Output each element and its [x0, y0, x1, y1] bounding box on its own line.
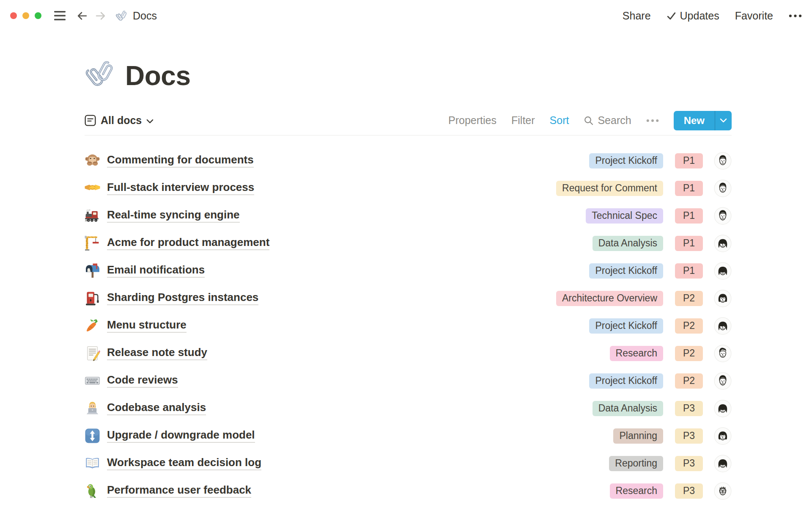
doc-type-tag[interactable]: Research	[610, 346, 663, 361]
favorite-button[interactable]: Favorite	[735, 10, 773, 22]
window-topbar: Docs Share Updates Favorite	[0, 0, 812, 31]
doc-row[interactable]: Email notificationsProject KickoffP1	[85, 257, 732, 284]
new-button[interactable]: New	[674, 111, 715, 130]
parrot-icon	[85, 483, 100, 499]
assignee-avatar	[714, 207, 732, 225]
back-arrow-icon[interactable]	[77, 10, 88, 22]
doc-type-tag[interactable]: Reporting	[609, 456, 663, 471]
doc-row[interactable]: Workspace team decision logReportingP3	[85, 450, 732, 477]
doc-title-link[interactable]: Real-time syncing engine	[107, 209, 240, 223]
view-toolbar: All docs Properties Filter Sort Search N…	[85, 106, 732, 135]
doc-list-icon	[85, 115, 96, 126]
doc-type-tag[interactable]: Technical Spec	[586, 208, 663, 224]
doc-row[interactable]: Full-stack interview processRequest for …	[85, 174, 732, 202]
priority-badge[interactable]: P2	[675, 346, 703, 361]
view-switcher[interactable]: All docs	[85, 114, 154, 127]
assignee-avatar	[714, 372, 732, 390]
doc-title-link[interactable]: Email notifications	[107, 264, 205, 278]
doc-title-link[interactable]: Acme for product management	[107, 236, 269, 251]
priority-badge[interactable]: P1	[675, 153, 703, 168]
doc-row[interactable]: Code reviewsProject KickoffP2	[85, 367, 732, 395]
priority-badge[interactable]: P2	[675, 318, 703, 334]
minimize-window-button[interactable]	[22, 12, 29, 19]
assignee-avatar	[714, 290, 732, 307]
doc-type-tag[interactable]: Data Analysis	[593, 401, 663, 416]
page-header: Docs	[85, 58, 732, 91]
sort-button[interactable]: Sort	[550, 114, 569, 127]
doc-type-tag[interactable]: Project Kickoff	[589, 318, 663, 334]
assignee-avatar	[714, 482, 732, 500]
updates-button[interactable]: Updates	[667, 10, 719, 22]
priority-badge[interactable]: P1	[675, 236, 703, 251]
doc-title-link[interactable]: Commenting for documents	[107, 154, 254, 168]
doc-row[interactable]: Upgrade / downgrade modelPlanningP3	[85, 422, 732, 450]
doc-type-tag[interactable]: Request for Comment	[556, 181, 663, 196]
up-down-button-icon	[85, 428, 100, 444]
view-label: All docs	[101, 114, 142, 127]
priority-badge[interactable]: P1	[675, 181, 703, 196]
doc-type-tag[interactable]: Project Kickoff	[589, 373, 663, 389]
doc-title-link[interactable]: Release note study	[107, 346, 207, 361]
assignee-avatar	[714, 179, 732, 197]
window-controls	[10, 12, 41, 19]
priority-badge[interactable]: P3	[675, 456, 703, 471]
close-window-button[interactable]	[10, 12, 17, 19]
priority-badge[interactable]: P3	[675, 428, 703, 444]
doc-title-link[interactable]: Codebase analysis	[107, 401, 206, 416]
page-title[interactable]: Docs	[125, 61, 191, 91]
doc-type-tag[interactable]: Project Kickoff	[589, 263, 663, 279]
doc-type-tag[interactable]: Research	[610, 483, 663, 499]
assignee-avatar	[714, 262, 732, 280]
paperclips-icon	[115, 9, 129, 22]
doc-title-link[interactable]: Performance user feedback	[107, 484, 251, 498]
doc-type-tag[interactable]: Planning	[613, 428, 663, 444]
doc-type-tag[interactable]: Architecture Overview	[556, 291, 663, 306]
open-mailbox-icon	[85, 263, 100, 279]
priority-badge[interactable]: P1	[675, 263, 703, 279]
page-icon[interactable]	[85, 58, 118, 91]
priority-badge[interactable]: P1	[675, 208, 703, 224]
doc-row[interactable]: Acme for product managementData Analysis…	[85, 229, 732, 257]
fuel-pump-icon	[85, 290, 100, 306]
speak-no-evil-monkey-icon	[85, 153, 100, 168]
new-dropdown-button[interactable]	[715, 111, 732, 130]
doc-title-link[interactable]: Code reviews	[107, 374, 178, 388]
search-button[interactable]: Search	[584, 114, 631, 127]
assignee-avatar	[714, 317, 732, 335]
priority-badge[interactable]: P2	[675, 373, 703, 389]
chevron-down-icon	[720, 118, 727, 123]
zoom-window-button[interactable]	[35, 12, 41, 19]
assignee-avatar	[714, 345, 732, 362]
doc-title-link[interactable]: Workspace team decision log	[107, 456, 261, 471]
priority-badge[interactable]: P3	[675, 401, 703, 416]
doc-row[interactable]: Sharding Postgres instancesArchitecture …	[85, 284, 732, 312]
docs-list: Commenting for documentsProject KickoffP…	[85, 135, 732, 505]
new-button-group: New	[674, 111, 732, 130]
doc-row[interactable]: Performance user feedbackResearchP3	[85, 477, 732, 505]
share-button[interactable]: Share	[623, 10, 651, 22]
building-crane-icon	[85, 235, 100, 251]
doc-row[interactable]: Menu structureProject KickoffP2	[85, 312, 732, 340]
priority-badge[interactable]: P2	[675, 291, 703, 306]
doc-row[interactable]: Release note studyResearchP2	[85, 340, 732, 367]
memo-icon	[85, 345, 100, 361]
breadcrumb[interactable]: Docs	[115, 9, 157, 22]
sidebar-menu-icon[interactable]	[54, 11, 66, 20]
priority-badge[interactable]: P3	[675, 483, 703, 499]
assignee-avatar	[714, 400, 732, 417]
doc-type-tag[interactable]: Data Analysis	[593, 236, 663, 251]
properties-button[interactable]: Properties	[448, 114, 497, 127]
filter-button[interactable]: Filter	[511, 114, 535, 127]
doc-title-link[interactable]: Sharding Postgres instances	[107, 291, 258, 306]
technologist-icon	[85, 400, 100, 416]
topbar-more-button[interactable]	[789, 14, 802, 18]
doc-row[interactable]: Codebase analysisData AnalysisP3	[85, 395, 732, 422]
assignee-avatar	[714, 152, 732, 170]
doc-row[interactable]: Real-time syncing engineTechnical SpecP1	[85, 202, 732, 229]
doc-title-link[interactable]: Full-stack interview process	[107, 181, 254, 196]
doc-title-link[interactable]: Upgrade / downgrade model	[107, 429, 255, 443]
doc-type-tag[interactable]: Project Kickoff	[589, 153, 663, 168]
doc-title-link[interactable]: Menu structure	[107, 319, 187, 333]
doc-row[interactable]: Commenting for documentsProject KickoffP…	[85, 147, 732, 174]
toolbar-more-button[interactable]	[646, 119, 659, 122]
